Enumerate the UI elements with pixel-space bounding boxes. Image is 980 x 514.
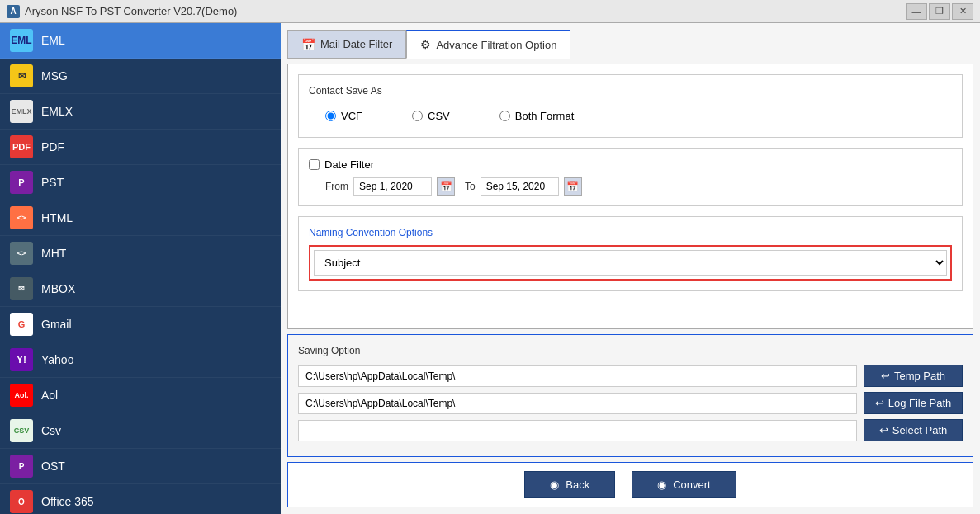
log-file-path-button[interactable]: ↩ Log File Path [864,392,963,414]
log-file-icon: ↩ [875,397,884,409]
sidebar-item-msg-label: MSG [41,69,68,83]
sidebar-item-office365-label: Office 365 [41,495,94,508]
sidebar-item-gmail[interactable]: GGmail [0,307,281,342]
html-icon: <> [10,206,33,229]
vcf-radio[interactable] [325,111,336,121]
sidebar-item-csv[interactable]: CSVCsv [0,413,281,449]
pdf-icon: PDF [10,135,33,158]
mht-icon: <> [10,242,33,265]
sidebar-item-gmail-label: Gmail [41,318,72,331]
aol-icon: Aol. [10,384,33,407]
sidebar-item-emlx-label: EMLX [41,105,73,118]
title-bar: A Aryson NSF To PST Converter V20.7(Demo… [0,0,980,23]
vcf-radio-item[interactable]: VCF [325,110,362,122]
sidebar-item-yahoo[interactable]: Y!Yahoo [0,342,281,378]
sidebar-item-aol[interactable]: Aol.Aol [0,378,281,413]
date-filter-checkbox[interactable] [309,159,320,170]
log-file-input[interactable] [298,393,857,414]
sidebar-item-office365[interactable]: OOffice 365 [0,484,281,514]
naming-convention-section: Naming Convention Options Subject Date F… [298,216,963,291]
temp-path-row: ↩ Temp Path [298,365,963,387]
to-calendar-button[interactable]: 📅 [564,177,582,196]
log-file-path-label: Log File Path [888,397,952,409]
sidebar-item-html-label: HTML [41,211,73,224]
naming-convention-select[interactable]: Subject Date From To Subject+Date [314,250,947,276]
sidebar-item-pst-label: PST [41,176,64,189]
minimize-button[interactable]: — [906,3,927,20]
sidebar-item-yahoo-label: Yahoo [41,353,73,366]
sidebar-item-aol-label: Aol [41,389,58,402]
eml-icon: EML [10,29,33,52]
app-icon: A [7,5,20,18]
right-panel: 📅 Mail Date Filter ⚙ Advance Filtration … [281,23,980,514]
select-path-label: Select Path [892,424,948,436]
tab-mail-date-filter-label: Mail Date Filter [320,38,392,50]
vcf-label: VCF [341,110,362,122]
sidebar-item-emlx[interactable]: EMLXEMLX [0,94,281,130]
date-filter-checkbox-label[interactable]: Date Filter [309,158,952,171]
sidebar-item-eml-label: EML [41,34,65,47]
date-filter-label: Date Filter [324,158,374,171]
ost-icon: P [10,455,33,478]
sidebar-item-html[interactable]: <>HTML [0,200,281,236]
sidebar-item-ost[interactable]: POST [0,449,281,484]
convert-button[interactable]: ◉ Convert [632,471,736,498]
back-icon: ◉ [550,479,559,491]
msg-icon: ✉ [10,64,33,87]
tab-mail-date-filter[interactable]: 📅 Mail Date Filter [287,30,406,59]
date-inputs: From 📅 To 📅 [309,177,952,196]
temp-path-input[interactable] [298,365,857,387]
title-bar-buttons: — ❐ ✕ [906,3,973,20]
mail-date-filter-icon: 📅 [301,38,315,51]
advance-filtration-icon: ⚙ [420,38,431,51]
contact-save-as-label: Contact Save As [309,85,952,97]
convert-label: Convert [673,479,711,491]
tab-advance-filtration[interactable]: ⚙ Advance Filtration Option [406,30,570,59]
temp-path-icon: ↩ [881,370,890,382]
sidebar-item-pst[interactable]: PPST [0,165,281,200]
maximize-button[interactable]: ❐ [929,3,950,20]
to-date-input[interactable] [481,177,559,196]
content-area: Contact Save As VCF CSV Both Format [287,64,973,329]
sidebar-item-pdf[interactable]: PDFPDF [0,130,281,165]
naming-convention-label: Naming Convention Options [309,227,952,238]
csv-label: CSV [428,110,450,122]
convert-icon: ◉ [657,479,666,491]
office365-icon: O [10,490,33,513]
select-path-input[interactable] [298,420,857,441]
from-date-input[interactable] [353,177,432,196]
select-path-button[interactable]: ↩ Select Path [864,419,963,441]
close-button[interactable]: ✕ [952,3,973,20]
contact-save-as-radio-group: VCF CSV Both Format [309,105,952,127]
emlx-icon: EMLX [10,100,33,123]
saving-option-label: Saving Option [298,345,963,356]
bottom-bar: ◉ Back ◉ Convert [287,462,973,507]
both-radio[interactable] [499,111,510,121]
sidebar-item-mbox[interactable]: ✉MBOX [0,271,281,307]
sidebar-item-mht-label: MHT [41,247,66,260]
main-layout: EMLEML✉MSGEMLXEMLXPDFPDFPPST<>HTML<>MHT✉… [0,23,980,514]
mbox-icon: ✉ [10,277,33,300]
select-path-row: ↩ Select Path [298,419,963,441]
title-bar-left: A Aryson NSF To PST Converter V20.7(Demo… [7,5,237,18]
csv-radio[interactable] [412,111,423,121]
gmail-icon: G [10,313,33,336]
contact-save-as-section: Contact Save As VCF CSV Both Format [298,74,963,138]
sidebar-item-mbox-label: MBOX [41,282,75,295]
to-date-group: To 📅 [465,177,582,196]
temp-path-button[interactable]: ↩ Temp Path [864,365,963,387]
both-format-radio-item[interactable]: Both Format [499,110,575,122]
csv-icon: CSV [10,419,33,442]
sidebar-item-mht[interactable]: <>MHT [0,236,281,271]
sidebar-item-msg[interactable]: ✉MSG [0,59,281,94]
back-button[interactable]: ◉ Back [524,471,615,498]
temp-path-label: Temp Path [894,370,945,382]
sidebar-item-pdf-label: PDF [41,140,64,153]
log-file-row: ↩ Log File Path [298,392,963,414]
from-calendar-button[interactable]: 📅 [437,177,455,196]
sidebar-item-csv-label: Csv [41,424,61,437]
sidebar-item-eml[interactable]: EMLEML [0,23,281,59]
csv-radio-item[interactable]: CSV [412,110,450,122]
from-date-group: From 📅 [325,177,455,196]
yahoo-icon: Y! [10,348,33,371]
